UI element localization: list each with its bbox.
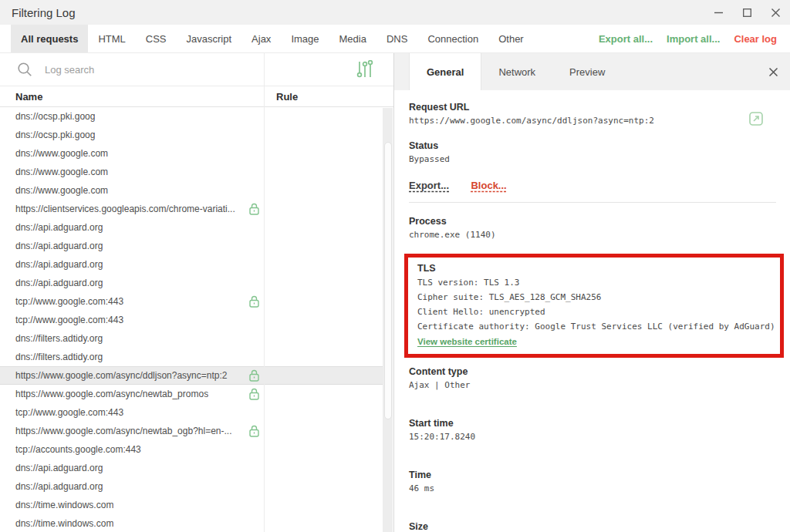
request-name: dns://api.adguard.org bbox=[15, 218, 103, 237]
tab-dns[interactable]: DNS bbox=[376, 25, 417, 52]
tab-network[interactable]: Network bbox=[481, 53, 552, 90]
start-time-section: Start time 15:20:17.8240 bbox=[409, 417, 776, 443]
table-row[interactable]: dns://filters.adtidy.org bbox=[0, 329, 383, 348]
details-close-button[interactable] bbox=[769, 53, 778, 90]
table-row[interactable]: tcp://accounts.google.com:443 bbox=[0, 440, 383, 459]
process-label: Process bbox=[409, 215, 776, 228]
table-header: Name Rule bbox=[0, 86, 393, 107]
tab-ajax[interactable]: Ajax bbox=[241, 25, 281, 52]
table-row[interactable]: dns://api.adguard.org bbox=[0, 459, 383, 477]
table-row[interactable]: dns://www.google.com bbox=[0, 181, 383, 200]
table-row[interactable]: tcp://www.google.com:443 bbox=[0, 311, 383, 329]
tab-javascript[interactable]: Javascript bbox=[177, 25, 242, 52]
tab-media[interactable]: Media bbox=[329, 25, 376, 52]
request-name: dns://api.adguard.org bbox=[15, 255, 103, 274]
time-value: 46 ms bbox=[409, 482, 776, 495]
request-name: dns://www.google.com bbox=[15, 144, 108, 163]
table-row[interactable]: dns://ocsp.pki.goog bbox=[0, 107, 383, 126]
table-row[interactable]: dns://www.google.com bbox=[0, 163, 383, 181]
content-type-value: Ajax | Other bbox=[409, 379, 776, 392]
column-header-name[interactable]: Name bbox=[0, 91, 264, 103]
request-name: tcp://www.google.com:443 bbox=[15, 292, 123, 311]
export-link[interactable]: Export... bbox=[409, 180, 449, 191]
content-type-label: Content type bbox=[409, 365, 776, 379]
request-url-section: Request URL https://www.google.com/async… bbox=[409, 101, 776, 127]
table-row[interactable]: https://www.google.com/async/newtab_prom… bbox=[0, 385, 383, 403]
table-row[interactable]: https://www.google.com/async/newtab_ogb?… bbox=[0, 422, 383, 440]
request-details-panel: General Network Preview Request URL http… bbox=[394, 53, 790, 532]
tab-connection[interactable]: Connection bbox=[417, 25, 488, 52]
title-bar: Filtering Log bbox=[0, 0, 790, 25]
tab-other[interactable]: Other bbox=[488, 25, 534, 52]
import-all-button[interactable]: Import all... bbox=[660, 25, 727, 52]
column-header-rule[interactable]: Rule bbox=[264, 91, 298, 103]
table-row[interactable]: dns://filters.adtidy.org bbox=[0, 348, 383, 366]
size-label: Size bbox=[409, 520, 776, 532]
tls-certificate-authority-line: Certificate authority: Google Trust Serv… bbox=[417, 319, 776, 334]
request-list: dns://ocsp.pki.goog dns://ocsp.pki.goog … bbox=[0, 107, 393, 532]
section-divider bbox=[409, 202, 776, 203]
time-section: Time 46 ms bbox=[409, 469, 776, 495]
request-name: dns://ocsp.pki.goog bbox=[15, 107, 95, 126]
request-name: dns://www.google.com bbox=[15, 181, 108, 200]
request-name: tcp://www.google.com:443 bbox=[15, 311, 123, 329]
request-name: dns://time.windows.com bbox=[15, 496, 113, 514]
search-bar bbox=[0, 53, 393, 86]
table-row[interactable]: https://www.google.com/async/ddljson?asy… bbox=[0, 366, 383, 385]
clear-log-button[interactable]: Clear log bbox=[727, 25, 784, 52]
tab-all-requests[interactable]: All requests bbox=[11, 25, 88, 52]
request-name: https://clientservices.googleapis.com/ch… bbox=[15, 200, 235, 218]
minimize-button[interactable] bbox=[704, 0, 733, 25]
table-row[interactable]: dns://api.adguard.org bbox=[0, 218, 383, 237]
maximize-icon bbox=[743, 8, 751, 17]
table-row[interactable]: dns://time.windows.com bbox=[0, 514, 383, 532]
size-section: Size ↑0 B ↓0 B bbox=[409, 520, 776, 532]
tab-general[interactable]: General bbox=[409, 53, 481, 90]
filter-settings-icon[interactable] bbox=[356, 60, 373, 79]
block-link[interactable]: Block... bbox=[471, 180, 506, 191]
scrollbar-thumb[interactable] bbox=[384, 142, 392, 419]
search-icon bbox=[17, 62, 32, 77]
process-value: chrome.exe (1140) bbox=[409, 228, 776, 241]
tab-html[interactable]: HTML bbox=[88, 25, 135, 52]
tls-version-line: TLS version: TLS 1.3 bbox=[417, 275, 776, 290]
open-in-browser-icon[interactable] bbox=[749, 112, 763, 126]
close-icon bbox=[771, 8, 780, 17]
tls-section-highlight-annotation: TLS TLS version: TLS 1.3 Cipher suite: T… bbox=[404, 254, 784, 358]
export-all-button[interactable]: Export all... bbox=[592, 25, 660, 52]
content-type-section: Content type Ajax | Other bbox=[409, 365, 776, 392]
request-actions: Export... Block... bbox=[409, 178, 776, 192]
status-label: Status bbox=[409, 140, 776, 153]
view-certificate-link[interactable]: View website certificate bbox=[417, 337, 517, 346]
tab-preview[interactable]: Preview bbox=[552, 53, 622, 90]
window-controls bbox=[704, 0, 790, 25]
minimize-icon bbox=[714, 8, 723, 17]
details-tab-bar: General Network Preview bbox=[394, 53, 790, 90]
request-name: dns://filters.adtidy.org bbox=[15, 348, 103, 366]
list-scrollbar[interactable] bbox=[383, 108, 393, 532]
secure-lock-icon bbox=[248, 295, 260, 308]
search-input[interactable] bbox=[32, 64, 356, 76]
tls-client-hello-line: Client Hello: unencrypted bbox=[417, 305, 776, 319]
maximize-button[interactable] bbox=[733, 0, 761, 25]
process-section: Process chrome.exe (1140) bbox=[409, 215, 776, 241]
close-button[interactable] bbox=[761, 0, 790, 25]
tab-css[interactable]: CSS bbox=[136, 25, 177, 52]
table-row[interactable]: dns://api.adguard.org bbox=[0, 274, 383, 292]
close-icon bbox=[769, 68, 778, 76]
status-section: Status Bypassed bbox=[409, 140, 776, 166]
table-row[interactable]: dns://time.windows.com bbox=[0, 496, 383, 514]
details-content: Request URL https://www.google.com/async… bbox=[394, 90, 790, 532]
table-row[interactable]: tcp://www.google.com:443 bbox=[0, 403, 383, 422]
request-name: https://www.google.com/async/ddljson?asy… bbox=[15, 366, 228, 385]
table-row[interactable]: dns://api.adguard.org bbox=[0, 237, 383, 255]
start-time-value: 15:20:17.8240 bbox=[409, 430, 776, 443]
table-row[interactable]: dns://api.adguard.org bbox=[0, 477, 383, 496]
time-label: Time bbox=[409, 469, 776, 482]
table-row[interactable]: dns://api.adguard.org bbox=[0, 255, 383, 274]
table-row[interactable]: dns://www.google.com bbox=[0, 144, 383, 163]
tab-image[interactable]: Image bbox=[281, 25, 329, 52]
table-row[interactable]: tcp://www.google.com:443 bbox=[0, 292, 383, 311]
table-row[interactable]: dns://ocsp.pki.goog bbox=[0, 126, 383, 144]
table-row[interactable]: https://clientservices.googleapis.com/ch… bbox=[0, 200, 383, 218]
